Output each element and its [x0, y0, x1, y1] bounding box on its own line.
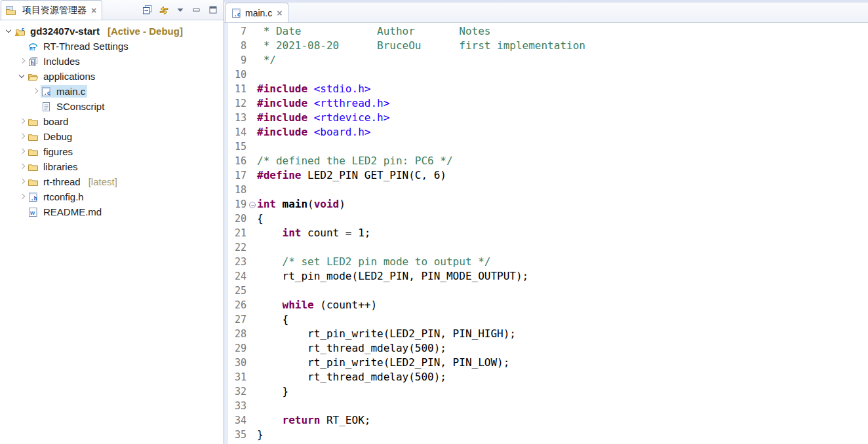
- tree-item-label: libraries: [41, 160, 80, 173]
- code-line[interactable]: 17#define LED2_PIN GET_PIN(C, 6): [224, 168, 868, 183]
- expand-arrow-icon[interactable]: [30, 86, 41, 97]
- tree-item-rtconfig-h[interactable]: .hrtconfig.h: [0, 189, 224, 204]
- fold-marker-icon[interactable]: [248, 197, 257, 212]
- tree-item-rt-thread[interactable]: rt-thread[latest]: [0, 174, 224, 189]
- collapse-all-icon[interactable]: [142, 5, 153, 15]
- fold-column: [248, 154, 257, 168]
- tree-item-libraries[interactable]: libraries: [0, 159, 224, 174]
- code-line[interactable]: 11#include <stdio.h>: [224, 82, 868, 96]
- code-line[interactable]: 18: [224, 183, 868, 197]
- code-line[interactable]: 14#include <board.h>: [224, 125, 868, 139]
- explorer-tab-label: 项目资源管理器: [22, 5, 87, 16]
- code-line[interactable]: 30 rt_pin_write(LED2_PIN, PIN_LOW);: [224, 356, 868, 370]
- code-line[interactable]: 10: [224, 67, 868, 82]
- tree-item-figures[interactable]: figures: [0, 144, 224, 159]
- tree-item-main-c[interactable]: .cmain.c: [0, 84, 224, 99]
- fold-column: [248, 24, 257, 39]
- tree-item-rt-thread-settings[interactable]: RTRT-Thread Settings: [0, 39, 224, 54]
- tree-item-gd32407v-start[interactable]: cgd32407v-start[Active - Debug]: [0, 24, 224, 39]
- code-line[interactable]: 19int main(void): [224, 197, 868, 212]
- folder-icon: [28, 162, 39, 172]
- fold-column: [248, 240, 257, 255]
- code-line[interactable]: 32 }: [224, 384, 868, 399]
- code-line[interactable]: 16/* defined the LED2 pin: PC6 */: [224, 154, 868, 168]
- maximize-icon[interactable]: [208, 5, 218, 15]
- fold-column: [248, 370, 257, 384]
- tree-item-content: .hrtconfig.h: [28, 191, 86, 203]
- code-line[interactable]: 13#include <rtdevice.h>: [224, 111, 868, 125]
- tree-item-label: rtconfig.h: [41, 191, 86, 203]
- explorer-tabbar: 项目资源管理器 ×: [0, 0, 224, 20]
- code-text: {: [257, 312, 868, 327]
- expand-arrow-icon[interactable]: [17, 132, 28, 142]
- code-line[interactable]: 26 while (count++): [224, 298, 868, 312]
- code-text: #include <board.h>: [257, 125, 868, 139]
- expand-arrow-icon[interactable]: [17, 162, 28, 172]
- code-text: * Date Author Notes: [257, 24, 868, 39]
- project-explorer-panel: 项目资源管理器 × cgd32407v-start[Active - Debug…: [0, 0, 224, 444]
- code-line[interactable]: 21 int count = 1;: [224, 226, 868, 240]
- tree-item-includes[interactable]: hIncludes: [0, 54, 224, 69]
- svg-text:w: w: [30, 210, 35, 216]
- expand-arrow-icon[interactable]: [17, 71, 28, 82]
- tree-item-label: RT-Thread Settings: [41, 40, 130, 52]
- fold-column: [248, 39, 257, 53]
- project-tree: cgd32407v-start[Active - Debug]RTRT-Thre…: [0, 20, 224, 444]
- code-line[interactable]: 7 * Date Author Notes: [224, 24, 868, 39]
- folder-open-icon: [28, 71, 39, 82]
- rt-logo-icon: RT: [28, 41, 39, 52]
- code-line[interactable]: 28 rt_pin_write(LED2_PIN, PIN_HIGH);: [224, 327, 868, 341]
- expand-arrow-icon[interactable]: [17, 147, 28, 157]
- fold-column: [248, 125, 257, 139]
- code-lines: 7 * Date Author Notes8 * 2021-08-20 Bruc…: [224, 24, 868, 442]
- fold-column: [248, 139, 257, 154]
- code-line[interactable]: 12#include <rtthread.h>: [224, 96, 868, 111]
- code-line[interactable]: 15: [224, 139, 868, 154]
- code-line[interactable]: 24 rt_pin_mode(LED2_PIN, PIN_MODE_OUTPUT…: [224, 269, 868, 284]
- tree-item-readme-md[interactable]: wREADME.md: [0, 204, 224, 219]
- minimize-icon[interactable]: [191, 5, 202, 15]
- fold-column: [248, 255, 257, 269]
- expand-arrow-icon[interactable]: [17, 56, 28, 67]
- code-line[interactable]: 8 * 2021-08-20 BruceOu first implementat…: [224, 39, 868, 53]
- folder-icon: [28, 177, 39, 187]
- annotation-ruler[interactable]: [224, 23, 228, 444]
- c-file-icon: .c: [231, 8, 242, 18]
- code-text: rt_pin_write(LED2_PIN, PIN_LOW);: [257, 356, 868, 370]
- fold-column: [248, 226, 257, 240]
- tree-item-debug[interactable]: Debug: [0, 129, 224, 144]
- code-text: /* defined the LED2 pin: PC6 */: [257, 154, 868, 168]
- code-line[interactable]: 33: [224, 399, 868, 413]
- code-text: while (count++): [257, 298, 868, 312]
- fold-column: [248, 428, 257, 442]
- fold-column: [248, 298, 257, 312]
- code-text: int count = 1;: [257, 226, 868, 240]
- code-line[interactable]: 34 return RT_EOK;: [224, 413, 868, 428]
- tree-item-content: SConscript: [41, 100, 106, 113]
- view-menu-icon[interactable]: [175, 5, 186, 15]
- code-line[interactable]: 25: [224, 284, 868, 298]
- expand-arrow-icon[interactable]: [4, 26, 14, 37]
- tree-item-board[interactable]: board: [0, 114, 224, 129]
- tree-item-sconscript[interactable]: SConscript: [0, 99, 224, 114]
- expand-arrow-icon[interactable]: [17, 192, 28, 202]
- code-line[interactable]: 35}: [224, 428, 868, 442]
- expand-arrow-icon[interactable]: [17, 177, 28, 187]
- close-icon[interactable]: ×: [275, 9, 282, 18]
- close-icon[interactable]: ×: [90, 6, 96, 15]
- code-line[interactable]: 27 {: [224, 312, 868, 327]
- code-text: #include <rtthread.h>: [257, 96, 868, 111]
- code-line[interactable]: 9 */: [224, 53, 868, 67]
- code-editor[interactable]: 7 * Date Author Notes8 * 2021-08-20 Bruc…: [224, 23, 868, 444]
- tab-project-explorer[interactable]: 项目资源管理器 ×: [1, 0, 102, 20]
- tab-main-c[interactable]: .c main.c ×: [226, 3, 288, 22]
- fold-column: [248, 399, 257, 413]
- code-line[interactable]: 23 /* set LED2 pin mode to output */: [224, 255, 868, 269]
- code-line[interactable]: 29 rt_thread_mdelay(500);: [224, 341, 868, 356]
- link-with-editor-icon[interactable]: [159, 5, 169, 15]
- code-line[interactable]: 31 rt_thread_mdelay(500);: [224, 370, 868, 384]
- code-line[interactable]: 20{: [224, 212, 868, 226]
- tree-item-applications[interactable]: applications: [0, 69, 224, 84]
- code-line[interactable]: 22: [224, 240, 868, 255]
- expand-arrow-icon[interactable]: [17, 117, 28, 127]
